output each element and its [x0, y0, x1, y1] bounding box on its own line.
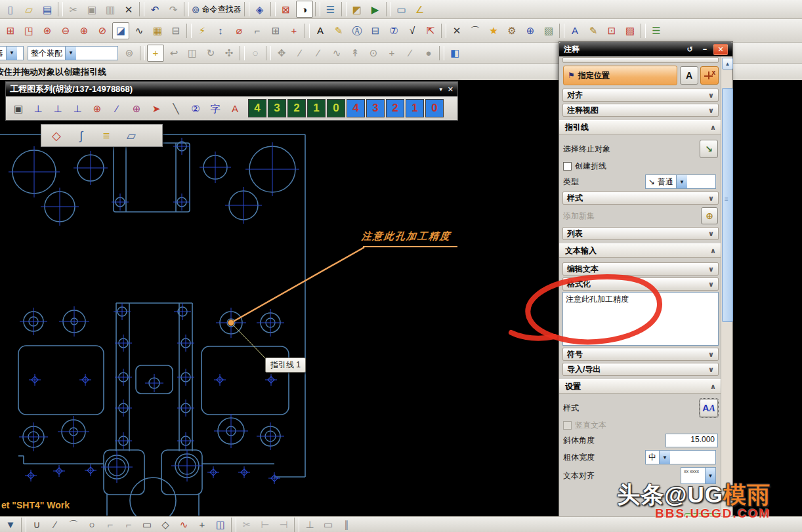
sketch-line-icon[interactable]: ∕	[47, 518, 64, 532]
char-note-icon[interactable]: 字	[206, 98, 224, 118]
section-curve-icon[interactable]: ∫	[70, 126, 93, 145]
list-icon[interactable]: ☰	[648, 22, 665, 39]
wizard-icon[interactable]: ★	[485, 22, 502, 39]
create-polyline-checkbox[interactable]	[563, 162, 572, 171]
slope5-icon[interactable]: ╲	[167, 98, 185, 118]
delete-rel-icon[interactable]: ✕	[448, 22, 465, 39]
corner-trim-icon[interactable]: ⊣	[275, 518, 292, 532]
grid-icon[interactable]: ⊞	[2, 22, 19, 39]
image-icon[interactable]: ▧	[540, 22, 557, 39]
info-cube-icon[interactable]: ◈	[251, 1, 268, 18]
list-group[interactable]: 列表 ∨	[562, 227, 719, 240]
roles-icon[interactable]: ◩	[348, 1, 366, 18]
sheet-curve-icon[interactable]: ▱	[119, 126, 143, 145]
green-2-button[interactable]: 2	[287, 99, 306, 117]
spline-icon[interactable]: ∿	[328, 45, 345, 62]
display-mode-icon[interactable]: ◑	[296, 1, 313, 18]
minimize-icon[interactable]: −	[698, 45, 711, 54]
blue-1-button[interactable]: 1	[406, 99, 424, 117]
delete-icon[interactable]: ✕	[120, 1, 137, 18]
panel-scrollbar[interactable]: ▲	[721, 56, 732, 529]
new-icon[interactable]: ▯	[2, 1, 19, 18]
move-icon[interactable]: ✣	[221, 45, 238, 62]
measure-angle-icon[interactable]: ∠	[412, 1, 429, 18]
chevron-down-icon[interactable]: ▼	[65, 47, 76, 60]
chevron-down-icon[interactable]: ▼	[676, 175, 687, 188]
layers-icon[interactable]: ☰	[322, 1, 339, 18]
text-icon[interactable]: A	[312, 22, 329, 39]
rectangle-icon[interactable]: ▭	[138, 518, 156, 532]
bold-width-combo[interactable]: 中 ▼	[645, 450, 716, 464]
arrow-up-icon[interactable]: ↟	[347, 45, 364, 62]
curve-point-icon[interactable]: ⌒	[467, 22, 484, 39]
parallel-constraint-icon[interactable]: ∥	[338, 518, 355, 532]
green-0-button[interactable]: 0	[327, 99, 345, 117]
boundary-icon[interactable]: ◇	[45, 126, 68, 145]
chevron-down-icon[interactable]: ▼	[438, 87, 444, 92]
arc-icon[interactable]: ⌒	[65, 518, 82, 532]
back-icon[interactable]: ↩	[165, 45, 182, 62]
leader-section-header[interactable]: 指引线 ∧	[559, 120, 721, 134]
reset-icon[interactable]: ↺	[683, 45, 696, 54]
import-export-group[interactable]: 导入/导出 ∨	[562, 363, 719, 376]
hatch-icon[interactable]: ▨	[622, 22, 639, 39]
box-constraint-icon[interactable]: ▭	[320, 518, 337, 532]
datum-icon[interactable]: ◳	[20, 22, 37, 39]
lasso-icon[interactable]: ◌	[247, 45, 264, 62]
text-input-section-header[interactable]: 文本输入 ∧	[559, 243, 721, 258]
annotation-view-group[interactable]: 注释视图 ∨	[562, 104, 719, 117]
tolerance-icon[interactable]: ⊟	[367, 22, 384, 39]
quick-dim-icon[interactable]: ⚡	[194, 22, 211, 39]
cube-icon[interactable]: ◧	[446, 45, 463, 62]
centerline-icon[interactable]: +	[285, 22, 303, 39]
slope-list-icon[interactable]: ∕	[108, 98, 126, 118]
scrollbar-thumb[interactable]	[722, 88, 733, 322]
bound-dim-icon[interactable]: ⊡	[603, 22, 620, 39]
view-table-icon[interactable]: ⊟	[167, 22, 184, 39]
zoom-view-icon[interactable]: ⊘	[94, 22, 111, 39]
leader-note-icon[interactable]: ✎	[330, 22, 347, 39]
offset-icon[interactable]: ◫	[212, 518, 229, 532]
chamfer-icon[interactable]: ⌐	[120, 518, 137, 532]
blue-3-button[interactable]: 3	[366, 99, 385, 117]
extend-icon[interactable]: ⊢	[257, 518, 274, 532]
circle-icon[interactable]: ○	[83, 518, 100, 532]
text-style-button[interactable]: AA	[700, 399, 718, 417]
vertical-text-checkbox[interactable]	[563, 421, 572, 430]
note-text-area[interactable]: 注意此孔加工精度	[562, 292, 719, 346]
dim-style-10-icon[interactable]: ⊥	[29, 98, 47, 118]
blue-0-button[interactable]: 0	[425, 99, 444, 117]
dim-style-0b-icon[interactable]: ⊥	[68, 98, 87, 118]
measure-ruler-icon[interactable]: ▭	[393, 1, 410, 18]
point-icon[interactable]: +	[194, 518, 211, 532]
cad-note-text[interactable]: 注意此孔加工精度	[361, 230, 467, 243]
press-icon[interactable]: ≡	[95, 126, 118, 145]
green-1-button[interactable]: 1	[307, 99, 326, 117]
undo-icon[interactable]: ↶	[146, 1, 163, 18]
perp-constraint-icon[interactable]: ⊥	[301, 518, 318, 532]
xy-target-icon[interactable]: ⊕	[88, 98, 106, 118]
add-new-set-button[interactable]: ⊕	[701, 207, 718, 224]
command-finder-icon[interactable]: ⊚命令查找器	[191, 1, 242, 18]
rotate-view-icon[interactable]: ⊖	[57, 22, 74, 39]
section-view-icon[interactable]: ◪	[112, 22, 129, 39]
settings-section-header[interactable]: 设置 ∧	[559, 379, 721, 394]
line-icon[interactable]: ∕	[291, 45, 308, 62]
green-3-button[interactable]: 3	[268, 99, 286, 117]
drafting-series-titlebar[interactable]: 工程图系列(胡波/137-14978868) ▼ ✕	[6, 82, 457, 96]
concentric-icon[interactable]: ⊕	[127, 98, 146, 118]
break-view-icon[interactable]: ∿	[131, 22, 148, 39]
shaded-icon[interactable]: ●	[420, 45, 437, 62]
select-terminate-button[interactable]: ↘	[700, 140, 718, 158]
copy-icon[interactable]: ▣	[83, 1, 100, 18]
pair-icon[interactable]: ⊚	[121, 45, 138, 62]
rotate-icon[interactable]: ↻	[202, 45, 219, 62]
corner-icon[interactable]: ⌐	[249, 22, 266, 39]
origin-group-partial[interactable]	[562, 57, 719, 63]
surface-finish-icon[interactable]: √	[404, 22, 421, 39]
leader-style-group[interactable]: 样式 ∨	[562, 192, 719, 205]
close-icon[interactable]: ✕	[448, 85, 454, 94]
coordinate-mode-button[interactable]: x	[700, 66, 719, 85]
redo-icon[interactable]: ↷	[165, 1, 182, 18]
start-icon[interactable]: ▶	[367, 1, 384, 18]
